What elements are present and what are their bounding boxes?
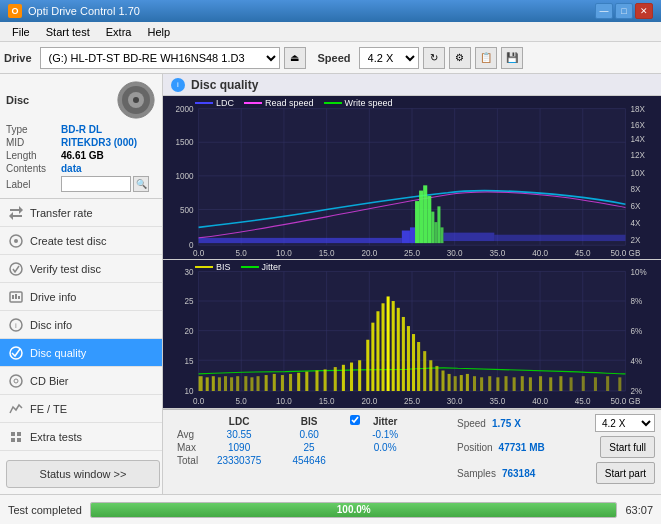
sidebar-item-create-test-disc[interactable]: Create test disc [0, 227, 162, 255]
svg-rect-151 [412, 334, 415, 391]
transfer-rate-icon [8, 205, 24, 221]
svg-rect-132 [281, 375, 284, 391]
svg-text:2000: 2000 [175, 105, 193, 114]
menu-extra[interactable]: Extra [98, 24, 140, 40]
create-test-disc-icon [8, 233, 24, 249]
svg-rect-160 [466, 374, 469, 391]
menu-help[interactable]: Help [139, 24, 178, 40]
svg-rect-137 [324, 369, 327, 391]
start-full-button[interactable]: Start full [600, 436, 655, 458]
stats-table: LDC BIS Jitter Avg 30.55 0.60 [171, 414, 404, 467]
save-button[interactable]: 💾 [501, 47, 523, 69]
svg-rect-124 [224, 376, 227, 391]
refresh-button[interactable]: ↻ [423, 47, 445, 69]
settings-button[interactable]: ⚙ [449, 47, 471, 69]
svg-text:40.0: 40.0 [532, 249, 548, 258]
start-part-button[interactable]: Start part [596, 462, 655, 484]
svg-text:0.0: 0.0 [193, 249, 205, 258]
stats-avg-row: Avg 30.55 0.60 -0.1% [171, 428, 404, 441]
disc-info-label: Disc info [30, 319, 72, 331]
svg-text:30.0: 30.0 [447, 395, 463, 406]
svg-text:25.0: 25.0 [404, 395, 420, 406]
svg-rect-155 [435, 366, 438, 391]
sidebar-item-cd-bier[interactable]: CD Bier [0, 367, 162, 395]
speed-stat-select[interactable]: 4.2 X [595, 414, 655, 432]
sidebar-item-disc-quality[interactable]: Disc quality [0, 339, 162, 367]
menu-file[interactable]: File [4, 24, 38, 40]
eject-button[interactable]: ⏏ [284, 47, 306, 69]
avg-label: Avg [171, 428, 204, 441]
charts-and-stats: LDC Read speed Write speed [163, 96, 661, 494]
sidebar-item-extra-tests[interactable]: Extra tests [0, 423, 162, 451]
drive-info-icon [8, 289, 24, 305]
time-text: 63:07 [625, 504, 653, 516]
svg-rect-136 [315, 370, 318, 391]
stats-table-area: LDC BIS Jitter Avg 30.55 0.60 [163, 410, 451, 494]
svg-rect-152 [417, 342, 420, 391]
label-search-button[interactable]: 🔍 [133, 176, 149, 192]
svg-rect-166 [513, 377, 516, 391]
svg-text:5.0: 5.0 [236, 395, 247, 406]
sidebar-item-transfer-rate[interactable]: Transfer rate [0, 199, 162, 227]
svg-text:50.0 GB: 50.0 GB [611, 249, 641, 258]
svg-text:10.0: 10.0 [276, 395, 292, 406]
verify-test-disc-label: Verify test disc [30, 263, 101, 275]
disc-header: Disc [6, 80, 156, 120]
ldc-legend-label: LDC [216, 98, 234, 108]
svg-rect-145 [382, 303, 385, 391]
svg-text:2X: 2X [631, 236, 641, 245]
svg-text:15.0: 15.0 [319, 249, 335, 258]
svg-rect-139 [342, 365, 345, 391]
ldc-legend-item: LDC [195, 98, 234, 108]
svg-rect-168 [529, 377, 532, 391]
read-speed-legend-color [244, 102, 262, 104]
close-button[interactable]: ✕ [635, 3, 653, 19]
svg-rect-153 [423, 351, 426, 391]
svg-text:20: 20 [184, 326, 193, 337]
svg-rect-78 [440, 227, 443, 243]
create-test-disc-label: Create test disc [30, 235, 106, 247]
minimize-button[interactable]: — [595, 3, 613, 19]
contents-label: Contents [6, 163, 61, 174]
svg-rect-161 [473, 376, 476, 391]
svg-rect-24 [17, 438, 21, 442]
svg-text:1500: 1500 [175, 138, 193, 147]
stats-max-row: Max 1090 25 0.0% [171, 441, 404, 454]
jitter-checkbox[interactable] [350, 415, 360, 425]
sidebar-item-disc-info[interactable]: i Disc info [0, 311, 162, 339]
sidebar-item-fe-te[interactable]: FE / TE [0, 395, 162, 423]
disc-contents-row: Contents data [6, 163, 156, 174]
length-label: Length [6, 150, 61, 161]
sidebar-item-verify-test-disc[interactable]: Verify test disc [0, 255, 162, 283]
svg-rect-122 [212, 376, 215, 391]
svg-rect-144 [376, 311, 379, 391]
svg-rect-15 [18, 296, 20, 299]
svg-rect-164 [496, 377, 499, 391]
fe-te-label: FE / TE [30, 403, 67, 415]
top-chart-legend: LDC Read speed Write speed [195, 98, 392, 108]
svg-text:0.0: 0.0 [193, 395, 204, 406]
bis-header: BIS [274, 414, 344, 428]
svg-rect-156 [441, 370, 444, 391]
svg-rect-129 [257, 376, 260, 391]
svg-rect-13 [12, 295, 14, 299]
sidebar-item-drive-info[interactable]: Drive info [0, 283, 162, 311]
menu-start-test[interactable]: Start test [38, 24, 98, 40]
status-window-button[interactable]: Status window >> [6, 460, 160, 488]
copy-button[interactable]: 📋 [475, 47, 497, 69]
svg-rect-157 [448, 374, 451, 391]
svg-rect-133 [289, 374, 292, 391]
svg-text:i: i [15, 321, 17, 330]
speed-select[interactable]: 4.2 X [359, 47, 419, 69]
total-jitter [366, 454, 404, 467]
svg-text:10.0: 10.0 [276, 249, 292, 258]
bis-legend-label: BIS [216, 262, 231, 272]
speed-row: Speed 1.75 X 4.2 X [457, 414, 655, 432]
avg-jitter: -0.1% [366, 428, 404, 441]
drive-select[interactable]: (G:) HL-DT-ST BD-RE WH16NS48 1.D3 [40, 47, 280, 69]
maximize-button[interactable]: □ [615, 3, 633, 19]
svg-point-10 [14, 239, 18, 243]
write-speed-legend-color [324, 102, 342, 104]
svg-text:5.0: 5.0 [236, 249, 248, 258]
label-input[interactable] [61, 176, 131, 192]
